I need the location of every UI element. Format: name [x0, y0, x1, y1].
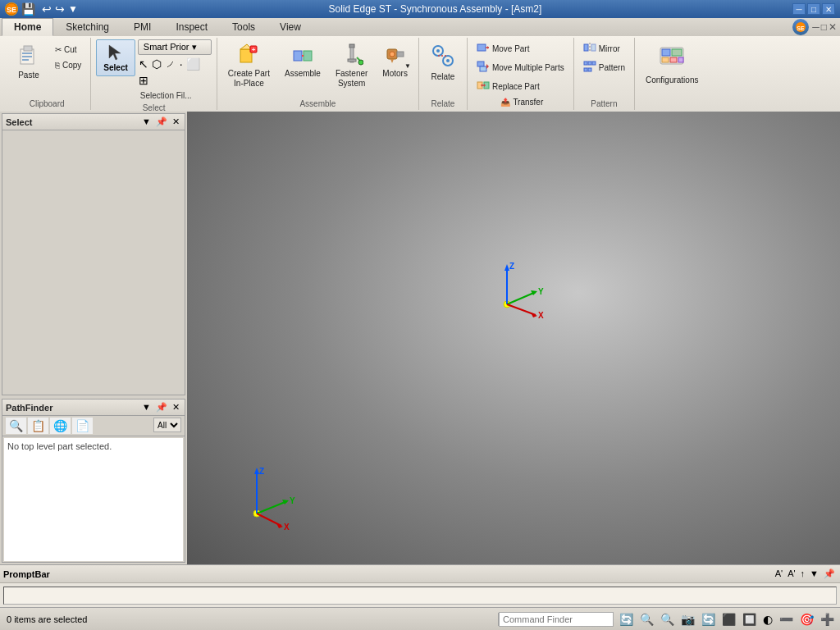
tab-sketching[interactable]: Sketching [53, 18, 121, 36]
select-panel-pin[interactable]: ▼ [140, 116, 153, 127]
relate-icon [430, 43, 456, 71]
configurations-icon [657, 43, 687, 74]
tab-inspect[interactable]: Inspect [163, 18, 220, 36]
move-multiple-icon [477, 61, 490, 74]
copy-button[interactable]: ⎘ Copy [51, 58, 85, 72]
svg-rect-15 [304, 51, 312, 61]
ribbon-close[interactable]: ✕ [829, 21, 837, 33]
prompt-font-larger[interactable]: A' [774, 568, 784, 579]
paste-icon [17, 43, 40, 69]
items-selected: 0 items are selected [0, 614, 498, 624]
filter-body-icon[interactable]: ⬜ [185, 57, 201, 71]
ribbon-restore[interactable]: □ [821, 21, 827, 33]
minus-icon[interactable]: ➖ [777, 613, 796, 626]
create-part-button[interactable]: + Create PartIn-Place [222, 39, 276, 92]
prompt-pin[interactable]: 📌 [822, 568, 837, 579]
smart-prior-button[interactable]: Smart Prior ▾ [138, 39, 212, 55]
svg-text:+: + [252, 46, 256, 53]
select-button[interactable]: Select [96, 39, 135, 76]
relate-button[interactable]: Relate [424, 39, 462, 85]
ribbon-minimize[interactable]: ─ [812, 21, 819, 33]
filter-vertex-icon[interactable]: · [179, 57, 184, 71]
prompt-bar-label: PromptBar [3, 569, 50, 579]
filter-face-icon[interactable]: ⬡ [151, 57, 162, 71]
assemble-button[interactable]: Assemble [279, 39, 326, 82]
target-icon[interactable]: 🎯 [797, 613, 816, 626]
zoom-in-icon[interactable]: 🔍 [658, 613, 677, 626]
plus-icon[interactable]: ➕ [818, 613, 837, 626]
half-icon[interactable]: ◐ [760, 613, 775, 626]
svg-line-70 [257, 501, 287, 514]
paste-button[interactable]: Paste [8, 39, 49, 84]
prompt-font-smaller[interactable]: A' [786, 568, 797, 579]
svg-rect-7 [22, 56, 32, 57]
configurations-button[interactable]: Configurations [640, 39, 704, 89]
tab-view[interactable]: View [267, 18, 313, 36]
cut-button[interactable]: ✂ Cut [51, 43, 85, 57]
filter-cursor-icon[interactable]: ↖ [138, 57, 149, 71]
tab-pmi[interactable]: PMI [121, 18, 163, 36]
prompt-dropdown[interactable]: ▼ [808, 568, 820, 579]
pattern-label: Pattern [599, 63, 625, 72]
svg-rect-8 [22, 59, 29, 61]
transfer-label: Transfer [513, 98, 543, 107]
motors-label: Motors [382, 69, 408, 79]
pf-document[interactable]: 📄 [72, 418, 93, 434]
pf-dropdown-select[interactable]: All [153, 418, 181, 432]
quick-save[interactable]: 💾 [21, 2, 35, 16]
move-part-button[interactable]: Move Part [472, 39, 534, 57]
pf-show-all[interactable]: 🔍 [6, 418, 26, 434]
svg-text:Z: Z [509, 262, 514, 271]
svg-rect-35 [480, 66, 486, 71]
svg-rect-44 [591, 44, 596, 51]
svg-text:X: X [284, 523, 290, 532]
svg-rect-19 [348, 59, 356, 62]
mirror-button[interactable]: Mirror [579, 39, 624, 57]
close-button[interactable]: ✕ [822, 3, 835, 15]
tab-tools[interactable]: Tools [220, 18, 267, 36]
filter-edge-icon[interactable]: ⟋ [164, 57, 177, 71]
ribbon-content: Paste ✂ Cut ⎘ Copy [0, 36, 840, 112]
minimize-button[interactable]: ─ [792, 3, 806, 15]
svg-rect-54 [670, 57, 677, 62]
rotate-icon[interactable]: 🔄 [699, 613, 718, 626]
prompt-scroll-up[interactable]: ↑ [799, 568, 807, 579]
se-logo[interactable]: SE [792, 19, 809, 35]
transfer-button[interactable]: 📤 Transfer [496, 95, 547, 109]
pattern-button[interactable]: Pattern [579, 58, 629, 76]
pf-close[interactable]: ✕ [171, 402, 181, 413]
selection-filter-button[interactable]: Selection Fil... [138, 89, 212, 102]
svg-line-60 [507, 292, 536, 304]
fastener-button[interactable]: FastenerSystem [330, 39, 373, 92]
svg-rect-49 [588, 68, 591, 71]
svg-rect-47 [592, 62, 596, 65]
move-part-icon [477, 42, 490, 55]
pf-pin[interactable]: 📌 [154, 402, 169, 413]
select-box-icon[interactable]: 🔲 [740, 613, 759, 626]
select-panel-close[interactable]: ✕ [171, 116, 181, 127]
command-finder[interactable] [499, 612, 614, 627]
quick-undo[interactable]: ↩ [42, 2, 52, 16]
refresh-icon[interactable]: 🔄 [617, 613, 636, 626]
camera-icon[interactable]: 📷 [678, 613, 697, 626]
box-icon[interactable]: ⬛ [719, 613, 738, 626]
zoom-fit-icon[interactable]: 🔍 [637, 613, 656, 626]
create-part-icon: + [237, 43, 260, 67]
pf-dropdown[interactable]: ▼ [140, 402, 153, 413]
assemble-label-group: Assemble [222, 98, 413, 108]
filter-comp-icon[interactable]: ⊞ [138, 73, 149, 88]
tab-home[interactable]: Home [2, 18, 53, 36]
quick-redo[interactable]: ↪ [55, 2, 65, 16]
select-panel-float[interactable]: 📌 [154, 116, 169, 127]
restore-button[interactable]: □ [807, 3, 820, 15]
pf-globe[interactable]: 🌐 [50, 418, 71, 434]
quick-more[interactable]: ▼ [68, 3, 78, 15]
prompt-input[interactable] [3, 587, 837, 605]
pf-expand[interactable]: 📋 [28, 418, 48, 434]
move-multiple-button[interactable]: Move Multiple Parts [472, 58, 568, 76]
pathfinder-title: PathFinder [6, 403, 52, 413]
replace-part-button[interactable]: Replace Part [472, 77, 544, 95]
motors-button[interactable]: Motors ▼ [377, 39, 413, 82]
mirror-label: Mirror [599, 44, 620, 53]
viewport[interactable]: Z Y X Z Y [187, 112, 840, 564]
